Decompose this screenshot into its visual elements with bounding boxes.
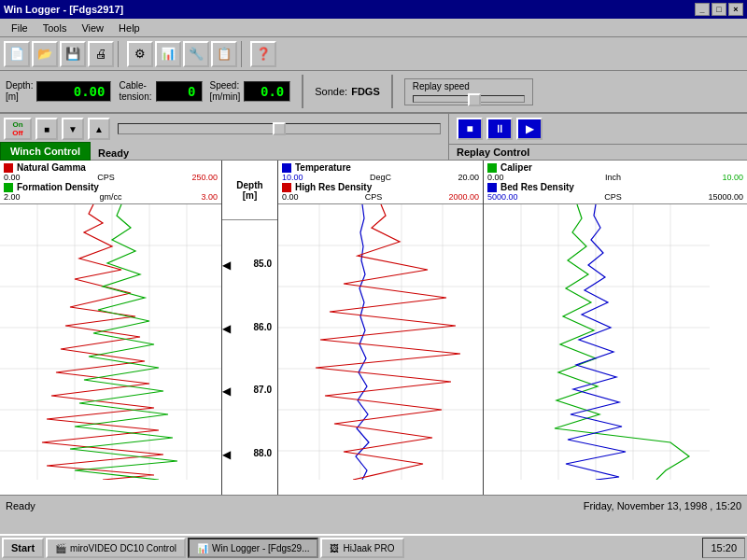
depth-group: Depth:[m] 0.00 xyxy=(6,80,111,103)
right-chart-header: Caliper 0.00 Inch 10.00 Bed Res Density … xyxy=(484,161,747,204)
depth-87: 87.0 xyxy=(254,385,272,395)
winch-down-btn[interactable]: ▼ xyxy=(62,118,84,140)
middle-chart-body xyxy=(278,204,483,495)
brd-max: 15000.00 xyxy=(708,192,743,202)
depth-panel: Depth [m] 85.0 ◀ 86.0 ◀ 87.0 ◀ 88.0 ◀ xyxy=(222,161,278,495)
winlogger-icon: 📊 xyxy=(197,543,208,553)
depth-header-label: Depth xyxy=(236,180,262,190)
replay-speed-box: Replay speed xyxy=(404,78,533,105)
menu-tools[interactable]: Tools xyxy=(35,21,75,35)
replay-speed-label: Replay speed xyxy=(413,81,525,91)
winch-up-btn[interactable]: ▲ xyxy=(88,118,110,140)
separator-3 xyxy=(302,75,303,108)
speed-value: 0.0 xyxy=(244,81,290,102)
cable-label: Cable-tension: xyxy=(119,80,151,103)
cal-name: Caliper xyxy=(500,162,532,173)
depth-arrow-87: ◀ xyxy=(222,385,231,398)
temp-min: 10.00 xyxy=(282,173,303,182)
minimize-button[interactable]: _ xyxy=(695,3,710,16)
depth-88: 88.0 xyxy=(254,448,272,458)
transport-pause[interactable]: ⏸ xyxy=(486,118,513,140)
depth-position-slider[interactable] xyxy=(118,123,441,134)
temp-unit: DegC xyxy=(370,173,391,182)
main-controls: Depth:[m] 0.00 Cable-tension: 0 Speed:[m… xyxy=(0,71,747,114)
taskbar-winlogger[interactable]: 📊 Win Logger - [Fdgs29... xyxy=(188,538,319,558)
close-button[interactable]: × xyxy=(728,3,743,16)
maximize-button[interactable]: □ xyxy=(712,3,726,16)
winch-status: Ready xyxy=(91,146,136,161)
cal-scale: 0.00 Inch 10.00 xyxy=(487,173,743,182)
tab-winch[interactable]: Winch Control xyxy=(0,142,91,161)
sonde-value: FDGS xyxy=(351,86,380,97)
menu-bar: File Tools View Help xyxy=(0,19,747,37)
separator-4 xyxy=(391,75,393,108)
separator-1 xyxy=(118,41,123,67)
right-chart-body xyxy=(484,204,747,495)
slider-thumb[interactable] xyxy=(273,122,286,135)
menu-view[interactable]: View xyxy=(74,21,111,35)
mirovideo-label: miroVIDEO DC10 Control xyxy=(70,543,176,553)
start-button[interactable]: Start xyxy=(2,538,44,558)
depth-85: 85.0 xyxy=(254,259,272,269)
status-date: Friday, November 13, 1998 xyxy=(584,500,707,511)
new-button[interactable]: 📄 xyxy=(4,41,30,67)
hrd-color xyxy=(282,183,291,192)
open-button[interactable]: 📂 xyxy=(32,41,58,67)
transport-stop[interactable]: ■ xyxy=(457,118,483,140)
brd-min: 5000.00 xyxy=(487,192,518,202)
hrd-scale: 0.00 CPS 2000.00 xyxy=(282,192,479,202)
winlogger-label: Win Logger - [Fdgs29... xyxy=(212,543,310,553)
print-button[interactable]: 🖨 xyxy=(88,41,114,67)
left-chart-header: Natural Gamma 0.00 CPS 250.00 Formation … xyxy=(0,161,221,204)
speed-label: Speed:[m/min] xyxy=(210,80,241,103)
window-title: Win Logger - [Fdgs2917] xyxy=(4,4,123,15)
menu-file[interactable]: File xyxy=(4,21,35,35)
tool-9[interactable]: ❓ xyxy=(250,41,276,67)
status-bar: Ready Friday, November 13, 1998 , 15:20 xyxy=(0,495,747,515)
depth-header-unit: [m] xyxy=(243,190,258,201)
hrd-min: 0.00 xyxy=(282,192,299,202)
fd-min: 2.00 xyxy=(4,192,21,202)
fd-name: Formation Density xyxy=(17,182,99,192)
ng-min: 0.00 xyxy=(4,173,21,182)
right-chart-svg xyxy=(484,204,710,480)
tab-strip: Winch Control Ready xyxy=(0,142,448,161)
winch-stop-btn[interactable]: ■ xyxy=(35,118,58,140)
brd-name: Bed Res Density xyxy=(500,182,574,192)
title-bar: Win Logger - [Fdgs2917] _ □ × xyxy=(0,0,747,19)
brd-scale: 5000.00 CPS 15000.00 xyxy=(487,192,743,202)
replay-slider[interactable] xyxy=(413,95,525,103)
taskbar-clock: 15:20 xyxy=(702,538,745,558)
depth-arrow-85: ◀ xyxy=(222,259,231,272)
tool-6[interactable]: 📊 xyxy=(155,41,181,67)
status-datetime: Friday, November 13, 1998 , 15:20 xyxy=(584,500,741,511)
replay-slider-thumb[interactable] xyxy=(468,93,481,106)
toolbar: 📄 📂 💾 🖨 ⚙ 📊 🔧 📋 ❓ xyxy=(0,37,747,71)
tool-8[interactable]: 📋 xyxy=(211,41,237,67)
on-off-button[interactable]: On Off xyxy=(4,118,32,140)
channel-row-fd: Formation Density xyxy=(4,182,218,192)
tool-5[interactable]: ⚙ xyxy=(127,41,153,67)
clock-time: 15:20 xyxy=(711,542,737,553)
sonde-label: Sonde: xyxy=(315,86,347,97)
taskbar-mirovideo[interactable]: 🎬 miroVIDEO DC10 Control xyxy=(46,538,186,558)
menu-help[interactable]: Help xyxy=(111,21,148,35)
fd-max: 3.00 xyxy=(201,192,218,202)
winch-controls: On Off ■ ▼ ▲ xyxy=(0,114,448,142)
taskbar-hijaak[interactable]: 🖼 HiJaak PRO xyxy=(320,538,403,558)
fd-color xyxy=(4,183,13,192)
ng-unit: CPS xyxy=(97,173,115,182)
separator-2 xyxy=(241,41,247,67)
mirovideo-icon: 🎬 xyxy=(55,543,66,553)
tool-7[interactable]: 🔧 xyxy=(183,41,209,67)
temp-name: Temperature xyxy=(295,162,351,173)
temp-color xyxy=(282,163,291,173)
save-button[interactable]: 💾 xyxy=(60,41,86,67)
chart-panel-right: Caliper 0.00 Inch 10.00 Bed Res Density … xyxy=(484,161,747,495)
transport-play[interactable]: ▶ xyxy=(516,118,543,140)
temp-scale: 10.00 DegC 20.00 xyxy=(282,173,479,182)
channel-row-ng: Natural Gamma xyxy=(4,162,218,173)
depth-body: 85.0 ◀ 86.0 ◀ 87.0 ◀ 88.0 ◀ xyxy=(222,220,277,495)
ng-color xyxy=(4,163,13,173)
tab-replay[interactable]: Replay Control xyxy=(449,144,747,160)
